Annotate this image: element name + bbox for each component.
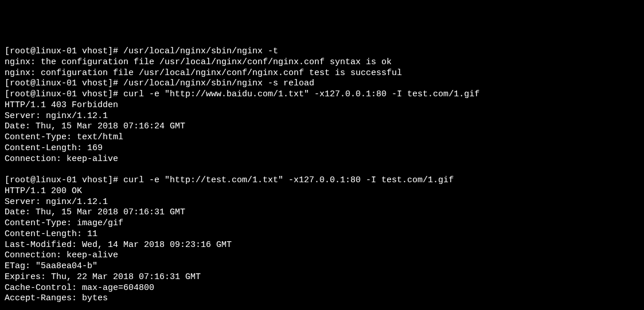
terminal-line: nginx: configuration file /usr/local/ngi… bbox=[5, 68, 639, 79]
terminal-line bbox=[5, 164, 639, 175]
terminal-line: Cache-Control: max-age=604800 bbox=[5, 283, 639, 294]
terminal-line: Connection: keep-alive bbox=[5, 250, 639, 261]
terminal-line: Server: nginx/1.12.1 bbox=[5, 197, 639, 208]
terminal-line: [root@linux-01 vhost]# /usr/local/nginx/… bbox=[5, 46, 639, 57]
terminal-window[interactable]: [root@linux-01 vhost]# /usr/local/nginx/… bbox=[5, 46, 639, 310]
terminal-line: [root@linux-01 vhost]# /usr/local/nginx/… bbox=[5, 79, 639, 89]
terminal-line: Connection: keep-alive bbox=[5, 154, 639, 165]
terminal-line: Accept-Ranges: bytes bbox=[5, 293, 639, 304]
terminal-line: [root@linux-01 vhost]# curl -e "http://t… bbox=[5, 175, 639, 186]
terminal-line: Content-Length: 11 bbox=[5, 229, 639, 240]
terminal-line: Last-Modified: Wed, 14 Mar 2018 09:23:16… bbox=[5, 240, 639, 251]
terminal-line: Content-Type: image/gif bbox=[5, 218, 639, 229]
terminal-line: HTTP/1.1 200 OK bbox=[5, 186, 639, 197]
terminal-line: Expires: Thu, 22 Mar 2018 07:16:31 GMT bbox=[5, 272, 639, 283]
terminal-line: Content-Length: 169 bbox=[5, 143, 639, 154]
terminal-line: Date: Thu, 15 Mar 2018 07:16:24 GMT bbox=[5, 121, 639, 132]
terminal-line: ETag: "5aa8ea04-b" bbox=[5, 261, 639, 272]
terminal-line: nginx: the configuration file /usr/local… bbox=[5, 57, 639, 68]
terminal-line bbox=[5, 304, 639, 310]
terminal-line: [root@linux-01 vhost]# curl -e "http://w… bbox=[5, 89, 639, 100]
terminal-line: Date: Thu, 15 Mar 2018 07:16:31 GMT bbox=[5, 207, 639, 218]
terminal-line: HTTP/1.1 403 Forbidden bbox=[5, 100, 639, 111]
terminal-line: Content-Type: text/html bbox=[5, 132, 639, 143]
terminal-line: Server: nginx/1.12.1 bbox=[5, 111, 639, 122]
